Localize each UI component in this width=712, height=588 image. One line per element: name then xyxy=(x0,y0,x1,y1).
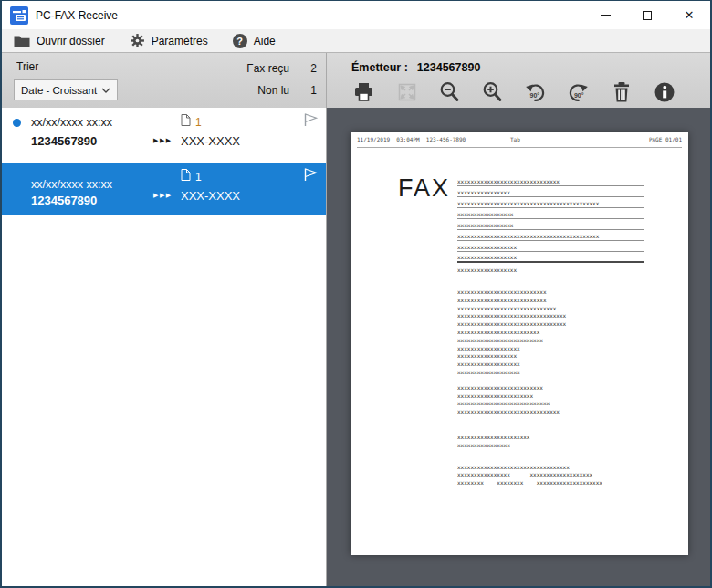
window-title: PC-FAX Receive xyxy=(36,9,118,22)
fax-form-row: xxxxxxxxxxxxxxxxx xyxy=(457,208,644,219)
chevron-down-icon xyxy=(101,88,110,93)
folder-icon xyxy=(14,35,30,47)
help-icon: ? xyxy=(233,34,247,48)
fit-to-window-button[interactable] xyxy=(394,79,419,104)
help-label: Aide xyxy=(254,35,276,47)
fax-header-name: Tab xyxy=(510,136,649,142)
gear-icon xyxy=(130,33,145,48)
unread-count: 1 xyxy=(298,84,317,97)
fax-text-block: xxxxxxxxxxxxxxxxxxxxxxxxxxxxxxxxxxxxxxxx… xyxy=(457,384,644,416)
open-folder-button[interactable]: Ouvrir dossier xyxy=(14,35,105,47)
fax-form-row: xxxxxxxxxxxxxxxxxxxxxxxxxxxxxxxxxxxxxxxx… xyxy=(457,230,644,241)
preview-header: Émetteur : 1234567890 xyxy=(327,53,710,108)
fax-form-row: xxxxxxxxxxxxxxxxxx xyxy=(457,252,644,263)
settings-button[interactable]: Paramètres xyxy=(130,33,208,48)
zoom-in-button[interactable] xyxy=(480,79,505,104)
sort-label: Trier xyxy=(16,60,38,73)
unread-dot-icon xyxy=(13,119,21,127)
fax-datetime: xx/xx/xxxx xx:xx xyxy=(31,116,112,129)
rotate-left-button[interactable]: 90° xyxy=(523,79,548,104)
zoom-in-icon xyxy=(481,80,504,103)
forward-arrows-icon: ▶▶▶ xyxy=(153,137,173,144)
fax-received-count: 2 xyxy=(298,62,317,75)
app-fax-icon xyxy=(10,6,28,25)
fax-form-row: xxxxxxxxxxxxxxxxxx xyxy=(457,263,644,274)
fax-form-rows: xxxxxxxxxxxxxxxxxxxxxxxxxxxxxxxxxxxxxxxx… xyxy=(457,175,644,488)
main-area: Trier Date - Croissant Fax reçu 2 Non lu… xyxy=(2,53,710,586)
rotate-right-button[interactable]: 90° xyxy=(566,79,591,104)
printer-icon xyxy=(352,81,375,103)
fax-header-datetime: 11/19/2019 03:04PM 123-456-7890 xyxy=(357,136,510,142)
fax-stats: Fax reçu 2 Non lu 1 xyxy=(246,62,317,97)
main-toolbar: Ouvrir dossier Paramètres ? Aide xyxy=(2,29,710,53)
preview-panel: Émetteur : 1234567890 xyxy=(327,53,710,586)
fax-number: 1234567890 xyxy=(31,134,97,148)
rotate-left-label: 90° xyxy=(530,91,540,98)
sender-line: Émetteur : 1234567890 xyxy=(351,53,710,74)
pcfax-window: PC-FAX Receive ✕ Ouvrir dossier Paramètr… xyxy=(0,0,712,588)
minimize-icon xyxy=(601,15,611,16)
flag-icon[interactable] xyxy=(302,112,319,127)
fit-to-window-icon xyxy=(396,81,418,103)
preview-toolbar: 90° 90° xyxy=(351,79,710,104)
fax-header-page: PAGE 01/01 xyxy=(649,136,682,142)
fax-text-block: xxxxxxxxxxxxxxxxxxxxxxxxxxxxxxxxxxxxxxxx… xyxy=(457,464,644,488)
fax-preview-page[interactable]: 11/19/2019 03:04PM 123-456-7890 Tab PAGE… xyxy=(351,132,688,555)
fax-text-block: xxxxxxxxxxxxxxxxxxxxxxxxxxxxxxxxxxxxxx xyxy=(457,434,644,450)
close-icon: ✕ xyxy=(685,9,695,21)
settings-label: Paramètres xyxy=(152,35,208,47)
maximize-icon xyxy=(643,11,652,20)
unread-label: Non lu xyxy=(246,84,289,97)
title-bar: PC-FAX Receive ✕ xyxy=(2,1,710,29)
fax-list: xx/xx/xxxx xx:xx 1 1234567890 ▶▶▶ XXX-XX… xyxy=(2,108,326,586)
rotate-right-90-icon: 90° xyxy=(566,80,591,104)
fax-list-item-2[interactable]: xx/xx/xxxx xx:xx 1 1234567890 ▶▶▶ XXX-XX… xyxy=(2,163,326,215)
rotate-right-label: 90° xyxy=(574,91,584,98)
page-count: 1 xyxy=(195,171,202,184)
fax-form-row: xxxxxxxxxxxxxxxxxxxxxxxxxxxxxxx xyxy=(457,175,644,186)
fax-received-label: Fax reçu xyxy=(246,62,289,75)
delete-button[interactable] xyxy=(609,79,633,104)
trash-icon xyxy=(612,81,632,103)
sort-dropdown[interactable]: Date - Croissant xyxy=(14,79,118,100)
zoom-out-icon xyxy=(438,80,461,103)
close-button[interactable]: ✕ xyxy=(668,1,710,29)
fax-datetime: xx/xx/xxxx xx:xx xyxy=(31,178,112,191)
document-page-icon xyxy=(181,169,191,181)
flag-icon[interactable] xyxy=(302,167,319,182)
fax-form-row: xxxxxxxxxxxxxxxx xyxy=(457,186,644,197)
fax-list-panel: Trier Date - Croissant Fax reçu 2 Non lu… xyxy=(2,53,327,586)
window-controls: ✕ xyxy=(584,1,710,29)
fax-form-row: xxxxxxxxxxxxxxxxxxxxxxxxxxxxxxxxxxxxxxxx… xyxy=(457,197,644,208)
rotate-left-90-icon: 90° xyxy=(523,80,548,104)
page-count: 1 xyxy=(195,116,202,129)
fax-document-title: FAX xyxy=(398,174,450,203)
fax-preview-area: 11/19/2019 03:04PM 123-456-7890 Tab PAGE… xyxy=(327,108,710,586)
sender-value: 1234567890 xyxy=(417,61,481,74)
print-button[interactable] xyxy=(351,79,376,104)
sort-dropdown-value: Date - Croissant xyxy=(21,85,97,96)
zoom-out-button[interactable] xyxy=(437,79,462,104)
list-header: Trier Date - Croissant Fax reçu 2 Non lu… xyxy=(2,53,326,108)
sender-label: Émetteur : xyxy=(351,61,408,74)
fax-recipient: XXX-XXXX xyxy=(181,134,240,148)
fax-list-item-1[interactable]: xx/xx/xxxx xx:xx 1 1234567890 ▶▶▶ XXX-XX… xyxy=(2,108,326,161)
minimize-button[interactable] xyxy=(584,1,626,29)
info-button[interactable] xyxy=(652,79,676,104)
fax-form-row: xxxxxxxxxxxxxxxxxx xyxy=(457,241,644,252)
help-button[interactable]: ? Aide xyxy=(233,34,276,48)
maximize-button[interactable] xyxy=(626,1,668,29)
fax-transmission-header: 11/19/2019 03:04PM 123-456-7890 Tab PAGE… xyxy=(357,136,682,148)
info-icon xyxy=(654,81,675,103)
forward-arrows-icon: ▶▶▶ xyxy=(153,192,173,199)
fax-text-block: xxxxxxxxxxxxxxxxxxxxxxxxxxxxxxxxxxxxxxxx… xyxy=(457,289,644,377)
fax-number: 1234567890 xyxy=(31,194,97,207)
fax-recipient: XXX-XXXX xyxy=(181,189,240,203)
document-page-icon xyxy=(181,114,191,126)
open-folder-label: Ouvrir dossier xyxy=(37,35,105,47)
fax-form-row: xxxxxxxxxxxxxxxxx xyxy=(457,219,644,230)
